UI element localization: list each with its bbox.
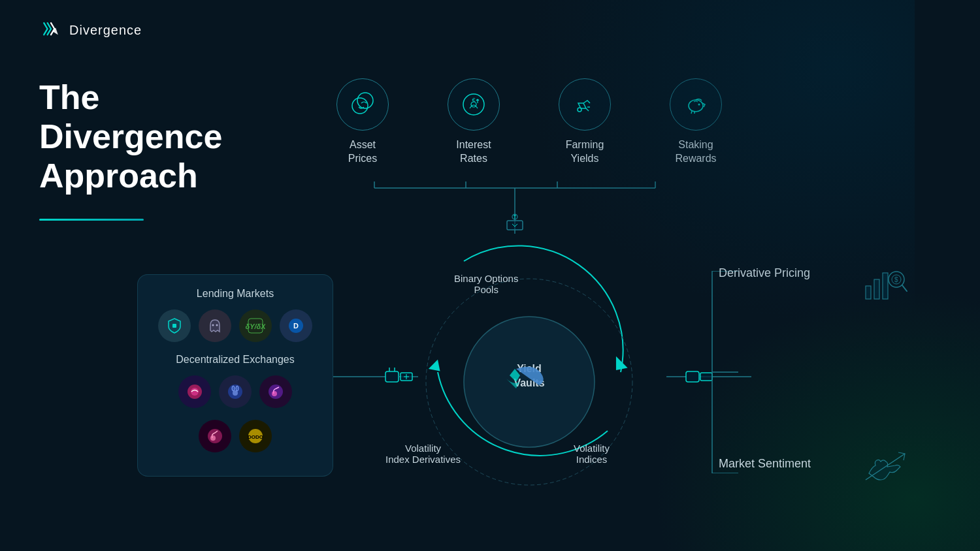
svg-point-42 — [210, 435, 216, 441]
top-icons-container: Asset Prices € Interest Rates — [327, 78, 732, 166]
svg-text:$: $ — [894, 276, 898, 283]
icon-staking-rewards: Staking Rewards — [660, 78, 732, 166]
svg-point-6 — [689, 100, 703, 112]
staking-rewards-icon-circle — [670, 78, 722, 131]
right-bracket — [706, 271, 738, 473]
svg-point-37 — [236, 386, 238, 391]
svg-point-41 — [208, 429, 222, 443]
vol-indices-label: Volatility Indices — [574, 443, 610, 465]
protocol-unicorn2 — [199, 420, 231, 452]
svg-rect-62 — [874, 279, 879, 299]
interest-rates-icon-circle: € — [448, 78, 500, 131]
icon-asset-prices: Asset Prices — [327, 78, 399, 166]
bracket-connector — [338, 181, 691, 247]
svg-point-28 — [216, 324, 218, 326]
title-underline — [39, 219, 144, 221]
vol-index-label: Volatility Index Derivatives — [385, 443, 461, 465]
svg-rect-63 — [883, 273, 888, 299]
main-title: The Divergence Approach — [39, 78, 222, 195]
protocol-shield — [158, 309, 191, 342]
asset-prices-icon-circle — [336, 78, 389, 131]
derivative-pricing-icon: $ — [862, 266, 908, 306]
svg-text:D: D — [293, 322, 299, 330]
farming-yields-icon — [569, 89, 600, 120]
svg-marker-21 — [429, 360, 445, 376]
svg-line-66 — [902, 285, 907, 291]
svg-rect-26 — [172, 324, 176, 328]
protocol-delta: δY/δX — [239, 309, 272, 342]
center-diagram: Yield Vaults — [379, 242, 679, 522]
svg-rect-61 — [866, 286, 871, 299]
asset-prices-icon — [347, 89, 378, 120]
svg-marker-20 — [609, 356, 627, 375]
svg-point-38 — [233, 390, 238, 396]
market-sentiment: Market Sentiment — [719, 457, 811, 471]
farming-yields-label: Farming Yields — [566, 138, 604, 166]
protocol-ghost — [199, 309, 231, 342]
staking-rewards-icon — [680, 89, 711, 120]
lending-logos-row: δY/δX D — [151, 309, 319, 342]
derivative-pricing: Derivative Pricing — [719, 266, 810, 280]
protocol-unicorn — [259, 375, 292, 408]
interest-rates-icon: € — [458, 89, 489, 120]
left-panel: Lending Markets δY/δX — [137, 274, 333, 477]
logo-icon — [39, 18, 63, 42]
logo-text: Divergence — [69, 23, 142, 38]
protocol-sushi — [178, 375, 211, 408]
logo: Divergence — [39, 18, 142, 42]
protocol-dodo: DODO — [239, 420, 272, 452]
staking-rewards-label: Staking Rewards — [675, 138, 716, 166]
left-connector — [333, 364, 418, 390]
svg-point-27 — [212, 324, 214, 326]
svg-point-40 — [272, 391, 277, 396]
protocol-rabbit — [219, 375, 252, 408]
svg-rect-54 — [686, 371, 699, 382]
svg-text:DODO: DODO — [248, 434, 263, 440]
icon-farming-yields: Farming Yields — [549, 78, 621, 166]
svg-rect-46 — [385, 371, 399, 382]
dex-title: Decentralized Exchanges — [151, 354, 319, 366]
lending-markets-title: Lending Markets — [151, 288, 319, 300]
binary-options-label: Binary Options Pools — [454, 273, 518, 295]
svg-point-36 — [232, 386, 235, 391]
dex-logos-row2: DODO — [151, 420, 319, 452]
icon-interest-rates: € Interest Rates — [438, 78, 510, 166]
market-sentiment-icon — [862, 447, 915, 486]
interest-rates-label: Interest Rates — [456, 138, 491, 166]
svg-point-5 — [578, 108, 581, 112]
protocol-dash: D — [280, 309, 312, 342]
asset-prices-label: Asset Prices — [348, 138, 377, 166]
svg-point-7 — [698, 104, 700, 106]
dex-logos-row1 — [151, 375, 319, 408]
farming-yields-icon-circle — [559, 78, 611, 131]
svg-rect-14 — [507, 221, 523, 230]
